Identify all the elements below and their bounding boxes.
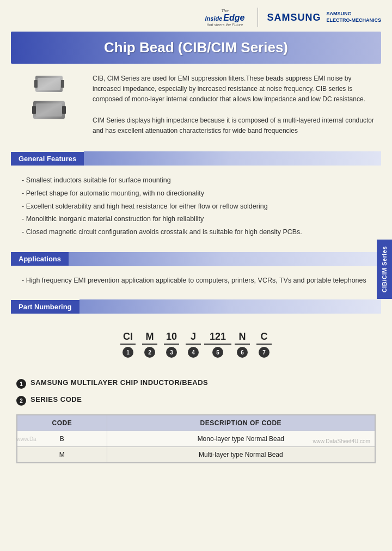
section-2-title: SERIES CODE — [30, 395, 82, 403]
svg-rect-6 — [32, 106, 36, 114]
part-numbering-label: Part Numbering — [11, 300, 79, 314]
pn-item-7: C 7 — [253, 331, 275, 358]
numbered-section-1: 1 SAMSUNG MULTILAYER CHIP INDUCTOR/BEADS — [0, 375, 392, 392]
pn-circle-6: 6 — [237, 347, 248, 358]
pn-item-3: 10 3 — [161, 331, 182, 358]
applications-text-p: - High frequency EMI prevention applicat… — [22, 275, 376, 286]
pn-item-4: J 4 — [182, 331, 204, 358]
general-features-header: General Features — [11, 151, 381, 166]
side-tab-text: CIB/CIM Series — [381, 246, 388, 292]
feature-4: - Monolithic inorganic material construc… — [22, 213, 376, 226]
svg-rect-3 — [61, 80, 64, 88]
svg-rect-7 — [62, 106, 66, 114]
feature-1: - Smallest inductors suitable for surfac… — [22, 174, 376, 187]
pn-circle-3: 3 — [166, 347, 177, 358]
part-number-diagram: CI 1 M 2 10 3 J 4 121 5 N 6 C 7 — [16, 331, 376, 358]
side-tab: CIB/CIM Series — [377, 240, 392, 299]
watermark-right: www.DataSheet4U.com — [313, 438, 370, 444]
product-text-2: CIM Series displays high impedance becau… — [93, 115, 376, 136]
applications-text: - High frequency EMI prevention applicat… — [0, 273, 392, 295]
chip-bead-image-2 — [32, 99, 66, 121]
col-header-description: DESCRIPTION OF CODE — [107, 415, 375, 431]
features-list: - Smallest inductors suitable for surfac… — [0, 172, 392, 248]
logo-edge: Edge — [223, 13, 244, 23]
chip-bead-image-1 — [34, 74, 64, 94]
pn-circle-5: 5 — [212, 347, 223, 358]
part-numbering-header: Part Numbering — [11, 299, 381, 314]
header-logos: The Inside Edge that steers the Future S… — [0, 0, 392, 32]
pn-circle-1: 1 — [122, 347, 133, 358]
pn-item-6: N 6 — [231, 331, 253, 358]
numbered-section-2: 2 SERIES CODE — [0, 392, 392, 409]
pn-circle-2: 2 — [144, 347, 155, 358]
samsung-name: SAMSUNG — [267, 12, 321, 23]
svg-rect-5 — [36, 103, 62, 117]
general-features-bar — [84, 151, 381, 166]
inside-edge-logo: The Inside Edge that steers the Future — [205, 8, 245, 27]
description-m: Multi-layer type Normal Bead — [107, 447, 375, 463]
samsung-logo: SAMSUNG — [267, 12, 321, 23]
pn-item-2: M 2 — [139, 331, 161, 358]
applications-label: Applications — [11, 252, 69, 266]
pn-item-1: CI 1 — [117, 331, 139, 358]
samsung-em-label: SAMSUNGELECTRO-MECHANICS — [327, 11, 382, 23]
col-header-code: CODE — [17, 415, 107, 431]
feature-2: - Perfect shape for automatic mounting, … — [22, 187, 376, 200]
svg-rect-1 — [38, 78, 60, 90]
applications-bar — [69, 252, 381, 266]
product-text: CIB, CIM Series are used for EMI suppres… — [93, 74, 376, 136]
page-title: Chip Bead (CIB/CIM Series) — [27, 39, 365, 56]
product-description: CIB, CIM Series are used for EMI suppres… — [0, 74, 392, 147]
code-m: M — [17, 447, 107, 463]
pn-code-1: CI — [120, 331, 136, 345]
feature-3: - Excellent solderability and high heat … — [22, 200, 376, 213]
section-1-title: SAMSUNG MULTILAYER CHIP INDUCTOR/BEADS — [30, 378, 208, 387]
logo-tagline: that steers the Future — [207, 23, 243, 27]
logo-the: The — [221, 8, 229, 13]
applications-header: Applications — [11, 252, 381, 266]
product-text-1: CIB, CIM Series are used for EMI suppres… — [93, 74, 376, 105]
num-circle-2: 2 — [16, 396, 26, 406]
pn-code-7: C — [256, 331, 272, 345]
pn-circle-7: 7 — [259, 347, 270, 358]
num-circle-1: 1 — [16, 379, 26, 389]
watermark-left: www.Da — [16, 436, 36, 442]
general-features-label: General Features — [11, 152, 84, 166]
product-images — [16, 74, 82, 136]
part-numbering-bar — [79, 299, 381, 314]
pn-item-5: 121 5 — [204, 331, 231, 358]
pn-code-3: 10 — [164, 331, 179, 345]
pn-code-2: M — [142, 331, 157, 345]
table-header-row: CODE DESCRIPTION OF CODE — [17, 415, 375, 431]
table-row: M Multi-layer type Normal Bead — [17, 447, 375, 463]
logo-divider — [258, 8, 258, 27]
logo-inside: Inside — [205, 15, 223, 22]
pn-code-6: N — [235, 331, 250, 345]
pn-code-5: 121 — [204, 331, 231, 345]
feature-5: - Closed magnetic circuit configuration … — [22, 226, 376, 239]
pn-code-4: J — [186, 331, 201, 345]
svg-rect-2 — [34, 80, 38, 88]
pn-circle-4: 4 — [188, 347, 199, 358]
title-banner: Chip Bead (CIB/CIM Series) — [11, 32, 381, 64]
part-numbering-section: CI 1 M 2 10 3 J 4 121 5 N 6 C 7 — [0, 320, 392, 375]
